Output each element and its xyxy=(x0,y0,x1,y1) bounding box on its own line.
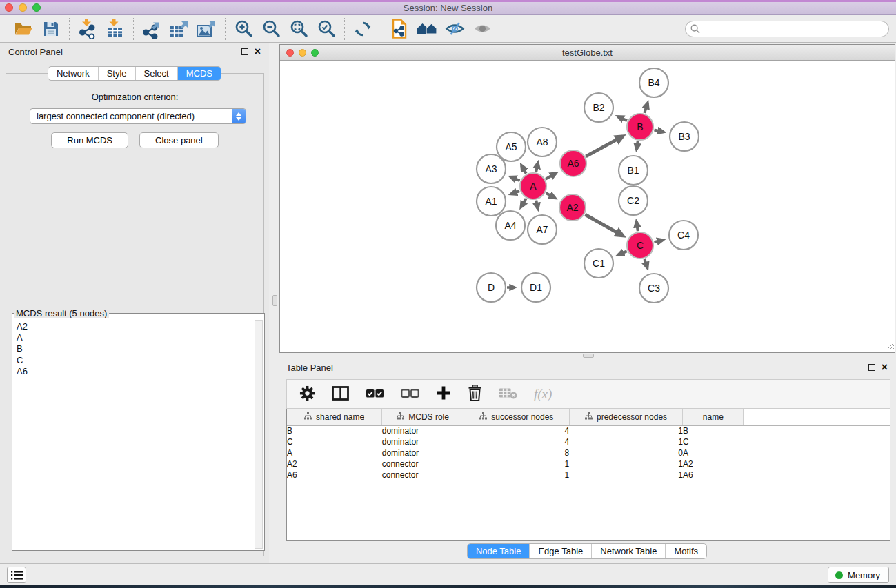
tab-network[interactable]: Network xyxy=(48,67,98,80)
export-table-icon[interactable] xyxy=(168,18,191,40)
graph-edge-C-C1[interactable] xyxy=(618,251,626,254)
memory-status-dot-icon xyxy=(835,571,843,579)
deselect-all-rows-icon[interactable] xyxy=(401,388,419,401)
graph-node-C2[interactable]: C2 xyxy=(619,186,648,215)
resize-grip-icon[interactable] xyxy=(885,341,894,352)
graph-node-C3[interactable]: C3 xyxy=(639,274,668,303)
network-canvas[interactable]: B4B2BB3A8A5A6A3B1AC2A1A2A4A7C4CC1DD1C3 xyxy=(280,61,895,352)
tab-motifs[interactable]: Motifs xyxy=(665,544,706,558)
memory-button[interactable]: Memory xyxy=(828,567,889,583)
column-header-predecessor-nodes[interactable]: predecessor nodes xyxy=(569,409,683,425)
control-panel-title: Control Panel xyxy=(8,47,63,57)
graph-edge-A-A7[interactable] xyxy=(536,201,537,209)
graph-edge-B-B2[interactable] xyxy=(618,116,627,121)
open-folder-icon[interactable] xyxy=(12,18,35,40)
graph-node-A7[interactable]: A7 xyxy=(528,215,557,244)
graph-node-B3[interactable]: B3 xyxy=(670,122,699,151)
column-header-name[interactable]: name xyxy=(683,409,744,425)
result-scrollbar[interactable] xyxy=(255,320,263,549)
select-all-rows-icon[interactable] xyxy=(366,388,384,401)
settings-gear-icon[interactable] xyxy=(299,385,315,403)
first-neighbors-houses-icon[interactable] xyxy=(415,18,439,40)
zoom-selected-icon[interactable] xyxy=(315,18,338,40)
graph-edge-B-B3[interactable] xyxy=(655,130,664,132)
tab-mcds[interactable]: MCDS xyxy=(177,67,221,80)
graph-edge-A-A6[interactable] xyxy=(546,173,556,179)
graph-node-A8[interactable]: A8 xyxy=(528,128,557,156)
task-history-button[interactable] xyxy=(7,567,26,583)
hide-details-eye-icon[interactable] xyxy=(443,18,466,40)
graph-node-B4[interactable]: B4 xyxy=(639,68,668,97)
tab-style[interactable]: Style xyxy=(98,67,135,80)
graph-edge-B-B1[interactable] xyxy=(637,141,638,150)
table-row-B[interactable]: Bdominator41B xyxy=(287,425,890,436)
network-window-titlebar[interactable]: testGlobe.txt xyxy=(280,45,895,61)
refresh-layout-icon[interactable] xyxy=(351,18,375,40)
show-details-eye-icon[interactable] xyxy=(470,18,494,40)
import-table-icon[interactable] xyxy=(103,18,127,40)
graph-node-B[interactable]: B xyxy=(627,114,653,140)
graph-edge-A-A5[interactable] xyxy=(521,165,526,174)
graph-node-A2[interactable]: A2 xyxy=(559,194,586,221)
tab-node-table[interactable]: Node Table xyxy=(468,544,530,558)
show-column-icon[interactable] xyxy=(332,386,349,403)
graph-edge-A2-C[interactable] xyxy=(585,214,622,236)
export-image-icon[interactable] xyxy=(195,18,219,40)
graph-node-D[interactable]: D xyxy=(477,273,506,302)
search-input[interactable] xyxy=(685,21,889,37)
column-header-successor-nodes[interactable]: successor nodes xyxy=(464,409,569,425)
graph-node-B1[interactable]: B1 xyxy=(619,156,648,185)
column-header-mcds-role[interactable]: MCDS role xyxy=(382,409,464,425)
graph-node-C1[interactable]: C1 xyxy=(584,249,613,278)
graph-edge-A-A3[interactable] xyxy=(511,177,520,181)
graph-node-A[interactable]: A xyxy=(520,173,546,199)
zoom-in-icon[interactable] xyxy=(232,18,255,40)
save-floppy-icon[interactable] xyxy=(39,18,63,40)
table-row-A[interactable]: Adominator80A xyxy=(287,447,890,458)
graph-edge-A-A2[interactable] xyxy=(546,193,555,198)
vertical-splitter-grip[interactable] xyxy=(272,295,277,306)
graph-edge-A-A8[interactable] xyxy=(536,163,538,172)
graph-edge-A6-B[interactable] xyxy=(586,136,622,156)
float-panel-icon[interactable] xyxy=(241,48,248,55)
graph-edge-B-B4[interactable] xyxy=(644,103,647,113)
graph-node-A3[interactable]: A3 xyxy=(477,154,506,183)
network-from-file-icon[interactable] xyxy=(388,18,411,40)
close-panel-icon[interactable]: × xyxy=(255,48,261,55)
graph-node-A5[interactable]: A5 xyxy=(497,132,526,161)
graph-edge-A-A1[interactable] xyxy=(511,191,519,194)
table-row-A2[interactable]: A2connector11A2 xyxy=(287,458,890,469)
table-row-A6[interactable]: A6connector11A6 xyxy=(287,469,890,480)
tab-network-table[interactable]: Network Table xyxy=(591,544,665,558)
import-network-icon[interactable] xyxy=(76,18,99,40)
close-panel-icon[interactable]: × xyxy=(882,364,888,371)
function-builder-icon[interactable]: f(x) xyxy=(534,387,552,402)
graph-edge-C-C3[interactable] xyxy=(644,259,647,268)
graph-node-A1[interactable]: A1 xyxy=(477,187,506,216)
graph-edge-A-A4[interactable] xyxy=(521,199,526,207)
tab-edge-table[interactable]: Edge Table xyxy=(529,544,591,558)
delete-columns-trash-icon[interactable] xyxy=(468,385,482,403)
create-column-plus-icon[interactable] xyxy=(436,385,451,403)
horizontal-splitter-grip[interactable] xyxy=(583,354,594,358)
float-panel-icon[interactable] xyxy=(868,364,875,371)
graph-edge-C-C2[interactable] xyxy=(637,222,638,232)
destroy-table-icon[interactable] xyxy=(499,387,517,402)
column-header-shared-name[interactable]: shared name xyxy=(287,409,382,425)
table-row-C[interactable]: Cdominator41C xyxy=(287,436,890,447)
graph-node-B2[interactable]: B2 xyxy=(584,93,613,122)
criterion-dropdown[interactable]: largest connected component (directed) xyxy=(30,108,246,124)
export-network-icon[interactable] xyxy=(140,18,163,40)
run-mcds-button[interactable]: Run MCDS xyxy=(51,132,128,148)
graph-node-A6[interactable]: A6 xyxy=(560,150,586,176)
graph-node-C4[interactable]: C4 xyxy=(669,221,698,250)
zoom-out-icon[interactable] xyxy=(259,18,283,40)
toolbar-search xyxy=(685,21,889,37)
graph-node-C[interactable]: C xyxy=(627,232,653,258)
graph-edge-C-C4[interactable] xyxy=(654,240,662,242)
close-panel-button[interactable]: Close panel xyxy=(139,132,219,148)
graph-node-A4[interactable]: A4 xyxy=(496,211,525,240)
zoom-fit-icon[interactable] xyxy=(287,18,310,40)
tab-select[interactable]: Select xyxy=(135,67,177,80)
graph-node-D1[interactable]: D1 xyxy=(521,273,550,302)
